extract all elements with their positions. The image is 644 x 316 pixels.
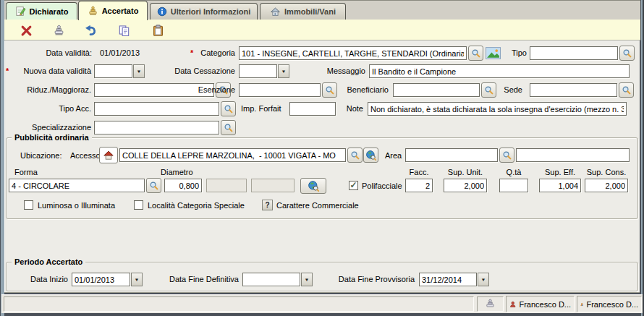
localita-label: Località Categoria Speciale bbox=[148, 201, 245, 210]
stamp-icon bbox=[88, 6, 98, 17]
esenzione-input[interactable] bbox=[239, 83, 321, 97]
tab-dichiarato[interactable]: Dichiarato bbox=[6, 2, 77, 20]
notepad-pencil-icon bbox=[15, 6, 26, 17]
chevron-down-icon: ▼ bbox=[305, 278, 310, 282]
forma-search-button[interactable] bbox=[146, 178, 161, 193]
categoria-image-icon[interactable] bbox=[486, 47, 501, 59]
messaggio-label: Messaggio bbox=[311, 67, 365, 75]
data-fine-provvisoria-dropdown-button[interactable]: ▼ bbox=[478, 273, 489, 286]
magnifier-icon bbox=[224, 104, 234, 114]
diametro-extra1-input bbox=[206, 179, 247, 192]
beneficiario-input[interactable] bbox=[393, 83, 480, 97]
forma-map-search-button[interactable] bbox=[300, 178, 326, 194]
magnifier-icon bbox=[622, 85, 632, 95]
accesso-label: Accesso bbox=[70, 151, 101, 160]
status-user2-name: Francesco D... bbox=[586, 300, 638, 309]
data-cessazione-dropdown-button[interactable]: ▼ bbox=[278, 64, 289, 78]
status-user2-panel[interactable]: Francesco D... bbox=[577, 296, 642, 312]
sede-search-button[interactable] bbox=[619, 82, 634, 98]
tab-label: Immobili/Vani bbox=[284, 7, 336, 16]
user-alert-icon bbox=[580, 299, 583, 310]
pubblicita-ordinaria-title: Pubblicità ordinaria bbox=[12, 133, 92, 142]
window-frame-right bbox=[641, 0, 644, 316]
status-user1-panel[interactable]: Francesco D... bbox=[506, 296, 575, 312]
qta-input[interactable] bbox=[499, 179, 528, 192]
sup-unit-input[interactable] bbox=[444, 179, 487, 192]
tipo-acc-input[interactable] bbox=[94, 102, 219, 116]
tab-label: Ulteriori Informazioni bbox=[171, 7, 251, 16]
sup-eff-label: Sup. Eff. bbox=[539, 168, 581, 176]
info-icon bbox=[157, 7, 167, 17]
sup-unit-label: Sup. Unit. bbox=[444, 168, 487, 176]
nuova-data-validita-dropdown-button[interactable]: ▼ bbox=[133, 64, 145, 78]
nuova-data-validita-input[interactable] bbox=[94, 64, 132, 78]
indirizzo-search-button[interactable] bbox=[347, 148, 363, 163]
specializzazione-search-button[interactable] bbox=[221, 120, 236, 135]
data-fine-definitiva-dropdown-button[interactable]: ▼ bbox=[301, 273, 313, 286]
data-fine-definitiva-input[interactable] bbox=[242, 273, 300, 286]
diametro-input[interactable] bbox=[164, 179, 202, 192]
tab-immobili-vani[interactable]: Immobili/Vani bbox=[260, 3, 346, 20]
note-input[interactable] bbox=[368, 102, 627, 116]
luminosa-checkbox[interactable] bbox=[24, 200, 33, 210]
data-fine-provvisoria-input[interactable] bbox=[419, 273, 477, 286]
esenzione-label: Esenzione bbox=[181, 85, 235, 94]
indirizzo-map-button[interactable] bbox=[363, 148, 378, 163]
paste-icon[interactable] bbox=[150, 22, 166, 38]
magnifier-icon bbox=[622, 48, 632, 59]
accesso-house-button[interactable] bbox=[99, 147, 118, 163]
tipo-search-button[interactable] bbox=[619, 46, 635, 61]
tab-label: Dichiarato bbox=[30, 7, 69, 16]
sede-label: Sede bbox=[470, 85, 522, 94]
sup-eff-input[interactable] bbox=[539, 179, 581, 192]
beneficiario-label: Beneficiario bbox=[329, 85, 389, 94]
data-inizio-label: Data Inizio bbox=[22, 275, 68, 283]
globe-search-icon bbox=[308, 180, 319, 192]
magnifier-icon bbox=[149, 181, 159, 191]
tipo-acc-search-button[interactable] bbox=[221, 101, 236, 116]
stamp-icon bbox=[485, 299, 496, 309]
copy-icon[interactable] bbox=[116, 22, 132, 38]
data-inizio-dropdown-button[interactable]: ▼ bbox=[131, 273, 143, 286]
sede-input[interactable] bbox=[530, 83, 617, 97]
localita-checkbox[interactable] bbox=[134, 200, 143, 210]
area-description-input[interactable] bbox=[516, 148, 630, 162]
tab-ulteriori-informazioni[interactable]: Ulteriori Informazioni bbox=[150, 3, 258, 20]
tab-accertato[interactable]: Accertato bbox=[78, 1, 148, 20]
messaggio-input[interactable] bbox=[369, 64, 630, 78]
forma-input[interactable] bbox=[9, 179, 145, 192]
area-search-button[interactable] bbox=[499, 148, 514, 163]
magnifier-icon bbox=[502, 150, 512, 161]
status-stamp-panel[interactable] bbox=[477, 296, 504, 312]
specializzazione-label: Specializzazione bbox=[7, 123, 91, 132]
specializzazione-input[interactable] bbox=[94, 121, 219, 134]
globe-search-icon bbox=[365, 150, 376, 161]
tipo-input[interactable] bbox=[530, 46, 618, 60]
riduz-maggioraz-label: Riduz./Maggioraz. bbox=[7, 85, 91, 94]
imp-forfait-label: Imp. Forfait bbox=[241, 104, 281, 113]
data-fine-provvisoria-label: Data Fine Provvisoria bbox=[333, 275, 415, 283]
area-input[interactable] bbox=[405, 148, 498, 162]
delete-icon[interactable] bbox=[18, 22, 34, 38]
undo-icon[interactable] bbox=[82, 22, 98, 38]
data-cessazione-input[interactable] bbox=[239, 64, 277, 78]
polifacciale-label: Polifacciale bbox=[362, 182, 402, 190]
help-icon[interactable]: ? bbox=[262, 200, 273, 210]
chevron-down-icon: ▼ bbox=[281, 69, 287, 74]
stamp-icon[interactable] bbox=[51, 22, 67, 38]
data-validita-value: 01/01/2013 bbox=[100, 48, 140, 57]
facc-input[interactable] bbox=[405, 179, 433, 192]
chevron-down-icon: ▼ bbox=[135, 278, 140, 282]
required-marker: * bbox=[6, 67, 9, 75]
ubicazione-label: Ubicazione: bbox=[20, 151, 62, 160]
data-inizio-input[interactable] bbox=[72, 273, 130, 286]
indirizzo-input[interactable] bbox=[119, 148, 346, 162]
polifacciale-checkbox[interactable]: ✓ bbox=[349, 181, 358, 190]
user-icon bbox=[509, 299, 516, 310]
carattere-commerciale-label: Carattere Commerciale bbox=[276, 201, 359, 210]
application-window: Dichiarato Accertato Ulteriori Informazi… bbox=[0, 0, 644, 316]
categoria-search-button[interactable] bbox=[468, 46, 483, 61]
categoria-input[interactable] bbox=[239, 46, 467, 60]
sup-cons-input[interactable] bbox=[585, 179, 628, 192]
magnifier-icon bbox=[224, 123, 234, 133]
